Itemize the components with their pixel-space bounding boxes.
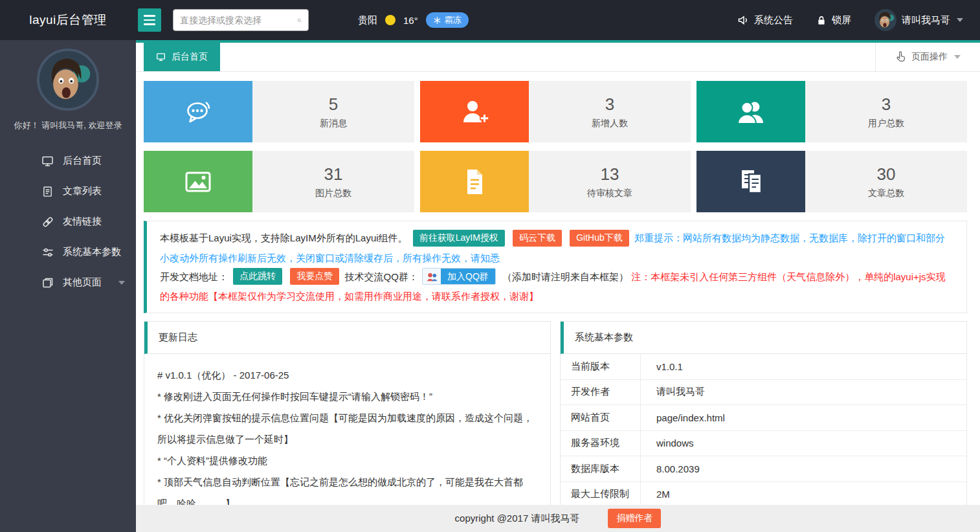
qq-button-label: 加入QQ群 [441,269,495,284]
footer: copyright @2017 请叫我马哥 捐赠作者 [136,505,980,532]
user-add-icon [459,96,490,127]
page-actions-label: 页面操作 [911,51,948,63]
param-value: 8.00.2039 [641,456,966,482]
sidebar: 你好！ 请叫我马哥, 欢迎登录 后台首页 文章列表 [0,40,136,532]
card-icon-block [420,81,529,142]
notice-line-1: 本模板基于Layui实现，支持除LayIM外所有的Layui组件。 前往获取La… [160,228,953,267]
greeting-text: 你好！ 请叫我马哥, 欢迎登录 [0,120,136,131]
changelog-entry: * “个人资料”提供修改功能 [157,450,537,471]
chevron-down-icon [954,55,961,59]
changelog-entry: * 优化关闭弹窗按钮的提示信息位置问题【可能是因为加载速度的原因，造成这个问题，… [157,407,537,450]
docs-icon [735,166,766,197]
param-value: v1.0.1 [641,354,966,379]
card-value: 31 [324,164,343,184]
card-value-block: 3 新增人数 [529,81,691,142]
copyright-text: copyright @2017 请叫我马哥 [455,513,580,525]
notice-line-2: 开发文档地址： 点此跳转 我要点赞 技术交流QQ群： 加入QQ群 [160,267,953,306]
sidebar-item-other-pages[interactable]: 其他页面 [0,267,136,298]
system-params-header: 系统基本参数 [561,322,966,354]
stat-card-total-articles: 30 文章总数 [696,151,967,212]
docs-jump-button[interactable]: 点此跳转 [233,268,282,285]
system-params-table: 当前版本 v1.0.1 开发作者 请叫我马哥 网站首页 page/index.h… [561,354,966,507]
param-value: page/index.html [641,405,966,430]
table-row: 服务器环境 windows [561,431,966,457]
user-menu[interactable]: 请叫我马哥 [874,9,963,31]
param-value: 请叫我马哥 [641,380,966,405]
menu-toggle-button[interactable] [138,8,161,32]
lock-screen-button[interactable]: 锁屏 [816,14,851,27]
weather-city: 贵阳 [358,14,377,27]
announcement-label: 系统公告 [754,14,793,27]
param-label: 网站首页 [561,405,641,430]
frost-icon [433,16,441,25]
chevron-down-icon [957,18,963,22]
card-value: 13 [601,164,619,184]
changelog-entry: * 修改刚进入页面无任何操作时按回车键提示“请输入解锁密码！” [157,386,537,407]
sidebar-item-links[interactable]: 友情链接 [0,206,136,237]
tab-bar: 后台首页 页面操作 [136,43,980,72]
param-label: 数据库版本 [561,456,641,482]
sidebar-item-params[interactable]: 系统基本参数 [0,237,136,267]
card-value: 3 [605,94,614,115]
lock-icon [816,15,827,26]
table-row: 开发作者 请叫我马哥 [561,380,966,406]
param-label: 最大上传限制 [561,482,641,507]
page-actions-menu[interactable]: 页面操作 [875,43,980,71]
card-label: 待审核文章 [587,188,632,199]
sidebar-item-label: 系统基本参数 [63,246,121,258]
param-label: 当前版本 [561,354,641,379]
join-qq-group-button[interactable]: 加入QQ群 [422,268,496,285]
card-label: 用户总数 [868,118,904,129]
donate-button[interactable]: 捐赠作者 [608,509,661,528]
layim-auth-button[interactable]: 前往获取LayIM授权 [413,230,505,247]
changelog-panel: 更新日志 # v1.0.1（优化） - 2017-06-25 * 修改刚进入页面… [144,321,551,532]
users-icon [735,96,767,127]
sidebar-item-label: 文章列表 [63,185,102,197]
top-header: layui后台管理 贵阳 16° [0,0,980,40]
table-row: 当前版本 v1.0.1 [561,354,966,380]
system-params-panel: 系统基本参数 当前版本 v1.0.1 开发作者 请叫我马哥 网站首页 [560,321,967,508]
username: 请叫我马哥 [902,14,950,27]
notice-panel: 本模板基于Layui实现，支持除LayIM外所有的Layui组件。 前往获取La… [144,221,967,313]
user-avatar [874,9,896,31]
like-button[interactable]: 我要点赞 [290,268,339,285]
pages-icon [41,277,54,289]
article-icon [41,186,54,197]
sidebar-item-label: 友情链接 [63,216,102,228]
table-row: 网站首页 page/index.html [561,405,966,431]
lock-label: 锁屏 [832,14,851,27]
sidebar-item-articles[interactable]: 文章列表 [0,176,136,206]
gitee-download-button[interactable]: 码云下载 [513,230,562,247]
card-icon-block [696,81,805,142]
weather-alert-badge: 霜冻 [426,12,469,28]
card-value-block: 13 待审核文章 [529,151,691,212]
doc-icon [459,166,490,197]
card-value: 30 [877,164,896,184]
qq-group-label: 技术交流QQ群： [345,271,418,282]
system-announcement-button[interactable]: 系统公告 [737,14,793,27]
sidebar-menu: 后台首页 文章列表 [0,146,136,298]
changelog-title: 更新日志 [159,331,197,344]
sun-icon [385,15,395,25]
tab-label: 后台首页 [172,51,208,63]
sidebar-item-home[interactable]: 后台首页 [0,146,136,176]
param-value: windows [641,431,966,456]
weather-alert-label: 霜冻 [445,14,462,26]
stat-card-total-images: 31 图片总数 [144,151,414,212]
docs-label: 开发文档地址： [160,271,228,282]
card-label: 图片总数 [315,188,351,199]
admin-app: layui后台管理 贵阳 16° [0,0,980,532]
changelog-entry: # v1.0.1（优化） - 2017-06-25 [157,364,537,386]
tab-home[interactable]: 后台首页 [144,43,220,71]
card-icon-block [420,151,529,212]
weather-widget: 贵阳 16° 霜冻 [358,12,469,28]
github-download-button[interactable]: GitHub下载 [570,230,629,247]
search-input[interactable] [180,15,297,25]
param-label: 服务器环境 [561,431,641,456]
qq-avatar-icon [423,269,441,284]
image-icon [183,166,214,197]
hand-pointer-icon [895,51,906,63]
card-value-block: 3 用户总数 [805,81,967,142]
system-params-title: 系统基本参数 [575,331,633,344]
card-label: 新消息 [320,118,347,129]
